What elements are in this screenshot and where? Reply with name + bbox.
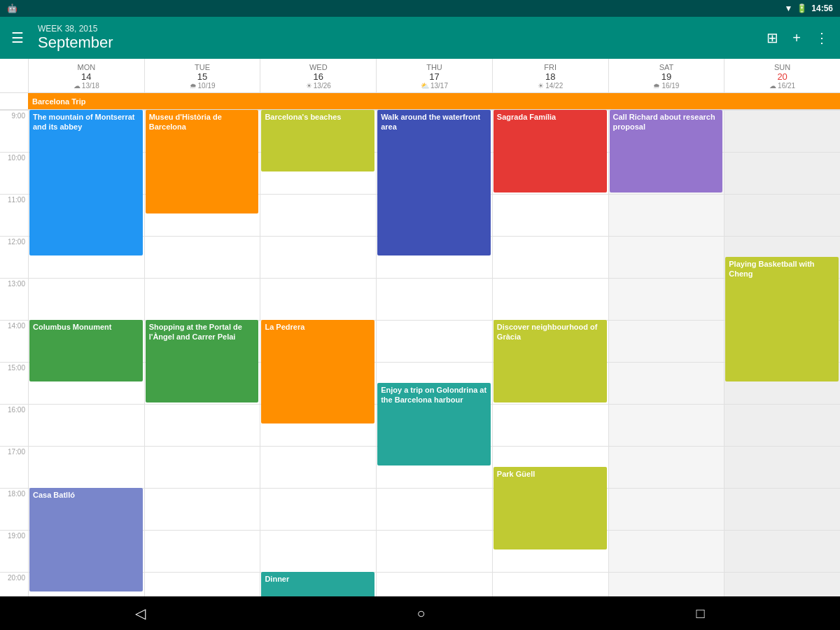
cell-thu-1400[interactable]	[376, 320, 492, 362]
cell-tue-1700[interactable]	[144, 446, 260, 488]
cell-wed-1800[interactable]	[260, 488, 376, 530]
event-ev7[interactable]: Columbus Monument	[29, 320, 143, 382]
battery-icon: 🔋	[797, 4, 807, 13]
cell-sun-1600[interactable]	[724, 404, 840, 446]
day-header-mon: MON 14 ☁ 13/18	[28, 59, 144, 92]
day-weather-wed: ☀ 13/26	[262, 82, 374, 90]
cell-fri-1600[interactable]	[492, 404, 608, 446]
title-area: WEEK 38, 2015 September	[38, 24, 766, 52]
cell-wed-1200[interactable]	[260, 236, 376, 278]
day-header-thu: THU 17 ⛅ 13/17	[376, 59, 492, 92]
cell-mon-1600[interactable]	[28, 404, 144, 446]
cell-wed-1900[interactable]	[260, 530, 376, 572]
day-weather-tue: 🌧 10/19	[146, 82, 259, 90]
recent-button[interactable]: □	[675, 598, 725, 629]
day-header-sun: SUN 20 ☁ 16/21	[724, 59, 840, 92]
cell-sat-1800[interactable]	[608, 488, 724, 530]
more-options-icon[interactable]: ⋮	[815, 29, 829, 46]
barcelona-trip-event[interactable]: Barcelona Trip	[28, 93, 840, 109]
cell-tue-1300[interactable]	[144, 278, 260, 320]
event-ev11[interactable]: Enjoy a trip on Golondrina at the Barcel…	[377, 383, 491, 465]
cell-tue-1800[interactable]	[144, 488, 260, 530]
cell-sun-1100[interactable]	[724, 194, 840, 236]
day-weather-sun: ☁ 16/21	[726, 82, 839, 90]
cell-sun-1700[interactable]	[724, 446, 840, 488]
event-ev3[interactable]: Barcelona's beaches	[261, 110, 374, 172]
event-ev4[interactable]: Walk around the waterfront area	[377, 110, 491, 255]
event-ev2[interactable]: Museu d'Història de Barcelona	[146, 110, 259, 214]
cell-wed-1300[interactable]	[260, 278, 376, 320]
event-ev15[interactable]: Playing Basketball with Cheng	[725, 257, 839, 382]
cell-sun-1900[interactable]	[724, 530, 840, 572]
cell-sat-1600[interactable]	[608, 404, 724, 446]
cell-sat-1900[interactable]	[608, 530, 724, 572]
day-weather-sat: 🌧 16/19	[610, 82, 723, 90]
event-ev10[interactable]: Discover neighbourhood of Gràcia	[493, 320, 607, 402]
cell-thu-1800[interactable]	[376, 488, 492, 530]
day-name-fri: FRI	[494, 63, 607, 71]
clock: 14:56	[811, 4, 833, 13]
event-ev8[interactable]: Shopping at the Portal de l'Àngel and Ca…	[146, 320, 259, 402]
grid-scroll[interactable]: 7:008:009:0010:0011:0012:0013:0014:0015:…	[0, 110, 840, 596]
add-event-icon[interactable]: +	[792, 30, 801, 46]
cell-fri-2000[interactable]	[492, 572, 608, 596]
cell-sat-1400[interactable]	[608, 320, 724, 362]
event-ev13[interactable]: Casa Batlló	[29, 488, 143, 592]
cell-mon-1300[interactable]	[28, 278, 144, 320]
cell-sun-900[interactable]	[724, 110, 840, 152]
time-label-1800: 18:00	[0, 488, 28, 530]
cell-tue-1200[interactable]	[144, 236, 260, 278]
day-number-tue: 15	[146, 71, 259, 82]
time-label-1600: 16:00	[0, 404, 28, 446]
day-name-mon: MON	[30, 63, 143, 71]
status-bar: 🤖 ▼ 🔋 14:56	[0, 0, 840, 17]
cell-thu-1900[interactable]	[376, 530, 492, 572]
cell-wed-1700[interactable]	[260, 446, 376, 488]
time-label-2000: 20:00	[0, 572, 28, 596]
cell-thu-1300[interactable]	[376, 278, 492, 320]
cell-sat-1200[interactable]	[608, 236, 724, 278]
day-name-sat: SAT	[610, 63, 723, 71]
day-number-mon: 14	[30, 71, 143, 82]
time-label-1400: 14:00	[0, 320, 28, 362]
cell-sat-1100[interactable]	[608, 194, 724, 236]
day-weather-mon: ☁ 13/18	[30, 82, 143, 90]
status-left: 🤖	[7, 4, 18, 13]
cell-sat-2000[interactable]	[608, 572, 724, 596]
time-label-1000: 10:00	[0, 152, 28, 194]
day-number-wed: 16	[262, 71, 374, 82]
day-header-tue: TUE 15 🌧 10/19	[144, 59, 260, 92]
back-button[interactable]: ◁	[114, 598, 167, 629]
day-name-sun: SUN	[726, 63, 839, 71]
event-ev9[interactable]: La Pedrera	[261, 320, 374, 424]
event-ev14[interactable]: Dinner	[261, 572, 374, 596]
day-number-thu: 17	[378, 71, 491, 82]
event-ev1[interactable]: The mountain of Montserrat and its abbey	[29, 110, 143, 255]
day-number-sat: 19	[610, 71, 723, 82]
cell-thu-2000[interactable]	[376, 572, 492, 596]
cell-fri-1100[interactable]	[492, 194, 608, 236]
cell-sat-1300[interactable]	[608, 278, 724, 320]
cell-sun-1800[interactable]	[724, 488, 840, 530]
day-weather-thu: ⛅ 13/17	[378, 82, 491, 90]
cell-sun-2000[interactable]	[724, 572, 840, 596]
cell-sat-1700[interactable]	[608, 446, 724, 488]
menu-icon[interactable]: ☰	[11, 29, 24, 46]
cell-tue-1600[interactable]	[144, 404, 260, 446]
calendar-view-icon[interactable]: ⊞	[766, 29, 778, 46]
allday-row: Barcelona Trip	[0, 93, 840, 110]
cell-tue-1900[interactable]	[144, 530, 260, 572]
event-ev6[interactable]: Call Richard about research proposal	[610, 110, 723, 192]
time-label-1900: 19:00	[0, 530, 28, 572]
event-ev12[interactable]: Park Güell	[493, 467, 607, 550]
home-button[interactable]: ○	[396, 598, 446, 629]
cell-mon-1700[interactable]	[28, 446, 144, 488]
cell-fri-1300[interactable]	[492, 278, 608, 320]
cell-sun-1000[interactable]	[724, 152, 840, 194]
event-ev5[interactable]: Sagrada Família	[493, 110, 607, 192]
cell-wed-1100[interactable]	[260, 194, 376, 236]
cell-tue-2000[interactable]	[144, 572, 260, 596]
cell-fri-1200[interactable]	[492, 236, 608, 278]
cell-sat-1500[interactable]	[608, 362, 724, 404]
day-name-thu: THU	[378, 63, 491, 71]
